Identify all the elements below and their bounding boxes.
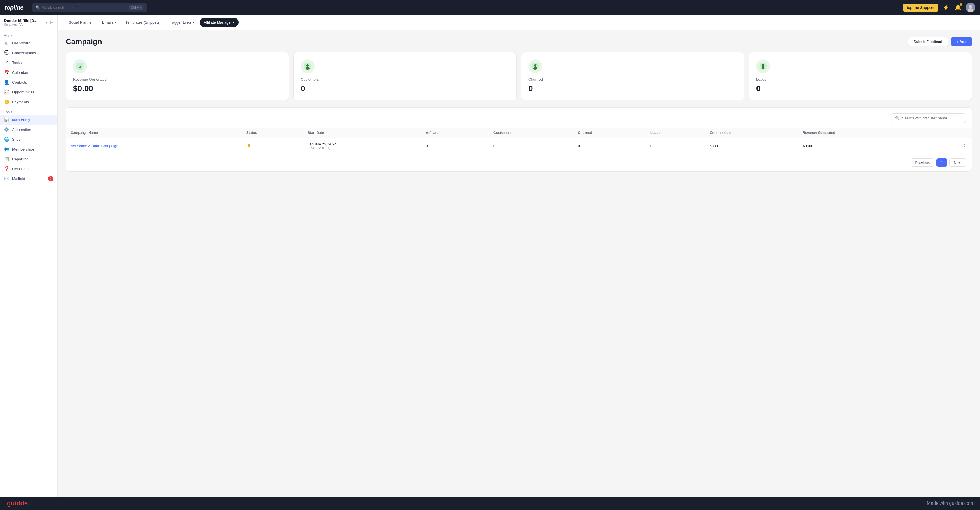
sidebar-item-label: Calendars — [12, 70, 29, 75]
sidebar-item-payments[interactable]: 🪙 Payments — [0, 97, 57, 107]
opportunities-icon: 📈 — [4, 89, 9, 95]
sidebar-item-label: Reporting — [12, 157, 28, 161]
chevron-down-icon: ▾ — [115, 21, 116, 24]
subnav-label: Social Planner — [69, 20, 93, 24]
page-header-actions: Submit Feedback + Add — [908, 37, 972, 46]
svg-point-10 — [533, 67, 537, 70]
subnav: Social Planner Emails ▾ Templates (Snipp… — [58, 15, 980, 30]
subnav-templates[interactable]: Templates (Snippets) — [121, 18, 165, 27]
guidde-logo: guidde. — [7, 500, 29, 507]
cell-row-actions[interactable]: ⋮ — [927, 138, 972, 154]
add-button[interactable]: + Add — [951, 37, 972, 46]
stat-label: Customers — [301, 77, 509, 82]
sidebar-item-mailfold[interactable]: ✉️ Mailfold 3 — [0, 174, 57, 183]
cell-start-date: January 22, 2024 03:36 PM (EST) — [303, 138, 421, 154]
col-revenue: Revenue Generated — [798, 128, 927, 138]
search-input[interactable] — [43, 5, 127, 10]
campaign-link[interactable]: Awesome Affiliate Campaign — [71, 144, 118, 148]
tasks-icon: ✓ — [4, 60, 9, 65]
sidebar-item-reporting[interactable]: 📋 Reporting — [0, 154, 57, 164]
svg-point-9 — [534, 64, 536, 67]
sidebar-tools-label: Tools — [0, 107, 57, 115]
col-actions — [927, 128, 972, 138]
avatar[interactable] — [966, 3, 975, 13]
sidebar-item-label: Tasks — [12, 60, 22, 65]
col-campaign-name: Campaign Name — [66, 128, 242, 138]
automation-icon: ⚙️ — [4, 127, 9, 132]
search-icon: 🔍 — [895, 116, 900, 120]
page-header: Campaign Submit Feedback + Add — [66, 37, 972, 46]
campaign-table-section: 🔍 Campaign Name Status Start Date Affili… — [66, 107, 972, 172]
table-header-row: Campaign Name Status Start Date Affiliat… — [66, 128, 972, 138]
subnav-social-planner[interactable]: Social Planner — [65, 18, 97, 27]
customers-icon — [301, 59, 315, 73]
sidebar-item-sites[interactable]: 🌐 Sites — [0, 134, 57, 144]
memberships-icon: 👥 — [4, 146, 9, 152]
stat-value: 0 — [528, 84, 737, 93]
table-search-bar: 🔍 — [66, 113, 972, 127]
sidebar-item-automation[interactable]: ⚙️ Automation — [0, 125, 57, 134]
workspace-info: Dunder Mifflin [D... Scranton, PA — [4, 19, 45, 26]
submit-feedback-button[interactable]: Submit Feedback — [908, 37, 948, 46]
col-churned: Churned — [573, 128, 646, 138]
col-status: Status — [242, 128, 303, 138]
stat-card-revenue: $ Revenue Generated $0.00 — [66, 52, 289, 100]
sidebar-item-label: Contacts — [12, 80, 27, 84]
topnav: topline 🔍 Ctrl + K topline Support ⚡ 🔔 — [0, 0, 980, 15]
cell-leads: 0 — [646, 138, 705, 154]
sidebar-item-memberships[interactable]: 👥 Memberships — [0, 144, 57, 154]
sidebar-item-calendars[interactable]: 📅 Calendars — [0, 67, 57, 77]
sidebar-item-opportunities[interactable]: 📈 Opportunities — [0, 87, 57, 97]
search-icon: 🔍 — [35, 5, 40, 10]
start-date: January 22, 2024 — [308, 142, 417, 146]
stat-value: 0 — [756, 84, 965, 93]
sidebar-item-tasks[interactable]: ✓ Tasks — [0, 58, 57, 67]
notification-button[interactable]: 🔔 — [953, 3, 963, 12]
table-search-wrapper[interactable]: 🔍 — [891, 113, 966, 123]
page-1-button[interactable]: 1 — [936, 158, 947, 167]
search-bar[interactable]: 🔍 Ctrl + K — [32, 3, 147, 12]
sidebar-item-label: Mailfold — [12, 176, 25, 181]
sidebar-collapse-button[interactable]: ⊟ — [49, 20, 53, 25]
sidebar-item-label: Automation — [12, 127, 31, 132]
sidebar-item-dashboard[interactable]: ⊞ Dashboard — [0, 38, 57, 48]
previous-button[interactable]: Previous — [911, 158, 934, 167]
col-commission: Commission — [705, 128, 798, 138]
cell-campaign-name[interactable]: Awesome Affiliate Campaign — [66, 138, 242, 154]
subnav-label: Affiliate Manager — [204, 20, 232, 24]
sidebar-item-helpdesk[interactable]: ❓ Help Desk — [0, 164, 57, 174]
sidebar-item-conversations[interactable]: 💬 Conversations — [0, 48, 57, 58]
sidebar: Dunder Mifflin [D... Scranton, PA ▾ ⊟ Ap… — [0, 15, 58, 497]
marketing-icon: 📊 — [4, 117, 9, 122]
next-button[interactable]: Next — [950, 158, 966, 167]
sidebar-item-contacts[interactable]: 👤 Contacts — [0, 77, 57, 87]
sidebar-item-label: Help Desk — [12, 167, 29, 171]
sidebar-item-label: Payments — [12, 100, 29, 104]
stat-value: $0.00 — [73, 84, 282, 93]
svg-point-6 — [307, 64, 309, 67]
workspace-sub: Scranton, PA — [4, 23, 45, 26]
table-search-input[interactable] — [902, 116, 961, 120]
chevron-down-icon: ▾ — [233, 21, 235, 24]
svg-point-2 — [967, 8, 974, 13]
chevron-down-icon: ▾ — [45, 20, 47, 25]
svg-rect-15 — [762, 68, 764, 69]
sidebar-item-marketing[interactable]: 📊 Marketing — [0, 115, 57, 125]
subnav-trigger-links[interactable]: Trigger Links ▾ — [166, 18, 199, 27]
guidde-tagline: Made with guidde.com — [927, 501, 973, 506]
lightning-button[interactable]: ⚡ — [941, 3, 951, 12]
sidebar-item-label: Dashboard — [12, 41, 30, 45]
subnav-emails[interactable]: Emails ▾ — [98, 18, 120, 27]
col-start-date: Start Date — [303, 128, 421, 138]
sidebar-item-label: Memberships — [12, 147, 35, 151]
mailfold-badge: 3 — [48, 176, 53, 181]
subnav-affiliate-manager[interactable]: Affiliate Manager ▾ — [200, 18, 239, 27]
churned-icon — [528, 59, 542, 73]
support-button[interactable]: topline Support — [903, 4, 939, 11]
page-content: Campaign Submit Feedback + Add $ Revenue… — [58, 30, 980, 497]
workspace-selector[interactable]: Dunder Mifflin [D... Scranton, PA ▾ ⊟ — [0, 15, 57, 30]
leads-icon — [756, 59, 770, 73]
subnav-label: Trigger Links — [170, 20, 192, 24]
col-leads: Leads — [646, 128, 705, 138]
guidde-footer: guidde. Made with guidde.com — [0, 497, 980, 510]
